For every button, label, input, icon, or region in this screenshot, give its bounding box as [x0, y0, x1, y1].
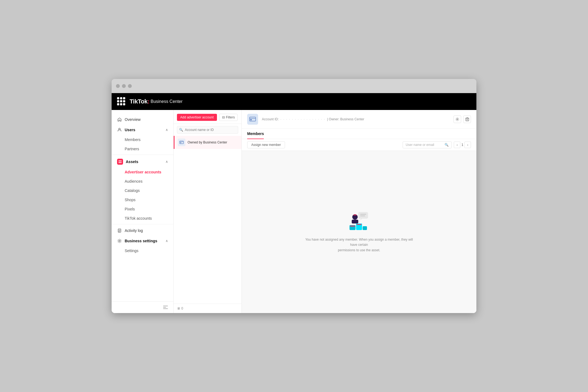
account-item-label: Owned by Business Center — [188, 140, 227, 144]
account-settings-button[interactable] — [454, 115, 461, 123]
footer-count: 0 — [181, 307, 183, 310]
browser-dot-yellow — [122, 84, 126, 88]
account-search-input[interactable] — [177, 126, 238, 134]
sidebar-item-assets[interactable]: Assets ∧ — [112, 156, 173, 167]
middle-header: Add advertiser account ⊟ Filters — [174, 110, 241, 124]
right-panel-content: You have not assigned any member. When y… — [242, 151, 476, 313]
search-box: 🔍 — [177, 126, 238, 134]
brand-bc-text: Business Center — [151, 99, 182, 104]
sidebar-item-overview[interactable]: Overview — [112, 114, 173, 125]
svg-rect-34 — [350, 226, 355, 226]
grid-menu-icon[interactable] — [117, 97, 126, 106]
prev-page-button[interactable]: ‹ — [454, 142, 460, 148]
filter-button[interactable]: ⊟ Filters — [219, 114, 238, 121]
audiences-label: Audiences — [125, 179, 142, 183]
gear-icon — [117, 238, 122, 243]
browser-dot-red — [116, 84, 120, 88]
sidebar-sub-item-pixels[interactable]: Pixels — [112, 204, 173, 214]
delete-button[interactable] — [463, 115, 471, 123]
sidebar-sub-item-advertiser-accounts[interactable]: Advertiser accounts — [112, 167, 173, 177]
monitor-icon: 🖥 — [177, 307, 180, 310]
members-label: Members — [125, 137, 140, 142]
svg-rect-15 — [180, 142, 181, 143]
catalogs-label: Catalogs — [125, 188, 140, 193]
browser-dot-green — [128, 84, 132, 88]
activity-log-label: Activity log — [125, 228, 143, 233]
sidebar-sub-item-shops[interactable]: Shops — [112, 195, 173, 204]
svg-rect-1 — [119, 160, 120, 161]
sidebar-sub-item-catalogs[interactable]: Catalogs — [112, 186, 173, 195]
assets-chevron-up-icon: ∧ — [166, 160, 168, 164]
add-advertiser-account-button[interactable]: Add advertiser account — [177, 114, 217, 121]
empty-state: You have not assigned any member. When y… — [302, 211, 416, 253]
home-icon — [117, 117, 122, 122]
browser-chrome — [112, 79, 476, 93]
sidebar-assets-label: Assets — [126, 160, 138, 164]
owner-label: | Owner: Business Center — [327, 117, 364, 121]
sidebar-sub-item-partners[interactable]: Partners — [112, 144, 173, 154]
brand-tiktok-text: TikTok — [130, 98, 148, 105]
user-icon — [117, 127, 122, 132]
right-panel-tabs: Members — [242, 129, 476, 139]
settings-label: Settings — [125, 249, 139, 253]
sidebar-item-business-settings[interactable]: Business settings ∧ — [112, 236, 173, 246]
sidebar-item-users[interactable]: Users ∧ — [112, 125, 173, 135]
brand-logo: TikTok : Business Center — [130, 98, 183, 105]
svg-point-19 — [457, 119, 458, 120]
assets-icon — [117, 159, 123, 165]
svg-rect-2 — [120, 160, 121, 161]
user-search-placeholder: User name or email — [406, 143, 434, 147]
svg-rect-25 — [358, 212, 368, 219]
svg-point-9 — [119, 240, 120, 242]
activity-icon — [117, 228, 122, 233]
user-search-box[interactable]: User name or email 🔍 — [403, 141, 452, 148]
sidebar-overview-label: Overview — [125, 117, 140, 122]
page-number: 1 — [461, 143, 463, 147]
account-id-label: Account ID: — [262, 117, 279, 121]
next-page-button[interactable]: › — [464, 142, 471, 148]
sidebar-item-activity-log[interactable]: Activity log — [112, 225, 173, 236]
sidebar-sub-item-members[interactable]: Members — [112, 135, 173, 144]
sidebar-nav: Overview Users ∧ M — [112, 110, 173, 301]
sidebar-divider-2 — [112, 224, 173, 224]
account-list-item[interactable]: Owned by Business Center — [174, 136, 241, 149]
pagination: ‹ 1 › — [454, 142, 471, 148]
assign-new-member-button[interactable]: Assign new member — [247, 141, 285, 148]
tab-members[interactable]: Members — [247, 129, 264, 139]
svg-rect-18 — [250, 119, 252, 120]
svg-rect-13 — [180, 141, 183, 144]
middle-list-empty — [174, 149, 241, 304]
empty-state-message: You have not assigned any member. When y… — [302, 237, 416, 253]
user-search-icon: 🔍 — [445, 143, 449, 147]
right-panel-toolbar: Assign new member User name or email 🔍 ‹… — [242, 139, 476, 151]
sidebar-divider-1 — [112, 155, 173, 155]
business-settings-label: Business settings — [125, 239, 157, 243]
brand-dot-separator: : — [148, 98, 149, 105]
chevron-up-icon: ∧ — [166, 128, 168, 132]
svg-marker-26 — [360, 219, 362, 221]
sidebar-sub-item-tiktok-accounts[interactable]: TikTok accounts — [112, 214, 173, 223]
collapse-icon[interactable] — [163, 305, 168, 310]
account-id-row: Account ID: · · · · · · · · · · · · · · … — [262, 117, 450, 121]
sidebar-sub-item-audiences[interactable]: Audiences — [112, 177, 173, 186]
svg-rect-30 — [352, 220, 358, 223]
account-header-info: Account ID: · · · · · · · · · · · · · · … — [262, 117, 450, 121]
tiktok-accounts-label: TikTok accounts — [125, 216, 152, 220]
sidebar-sub-item-settings[interactable]: Settings — [112, 246, 173, 255]
browser-window: TikTok : Business Center Ove — [112, 79, 476, 313]
svg-rect-3 — [119, 162, 120, 163]
settings-chevron-up-icon: ∧ — [166, 239, 168, 243]
right-panel-header: Account ID: · · · · · · · · · · · · · · … — [242, 110, 476, 129]
shops-label: Shops — [125, 198, 136, 202]
account-item-icon — [178, 139, 185, 146]
svg-rect-4 — [120, 162, 121, 163]
svg-point-0 — [119, 128, 120, 130]
partners-label: Partners — [125, 147, 139, 151]
account-id-dots: · · · · · · · · · · · · · · · · — [280, 117, 325, 121]
filter-icon: ⊟ — [222, 115, 225, 119]
svg-rect-20 — [466, 118, 469, 121]
sidebar: Overview Users ∧ M — [112, 110, 174, 313]
top-nav: TikTok : Business Center — [112, 93, 476, 110]
svg-rect-33 — [363, 226, 367, 230]
right-panel: Account ID: · · · · · · · · · · · · · · … — [242, 110, 476, 313]
